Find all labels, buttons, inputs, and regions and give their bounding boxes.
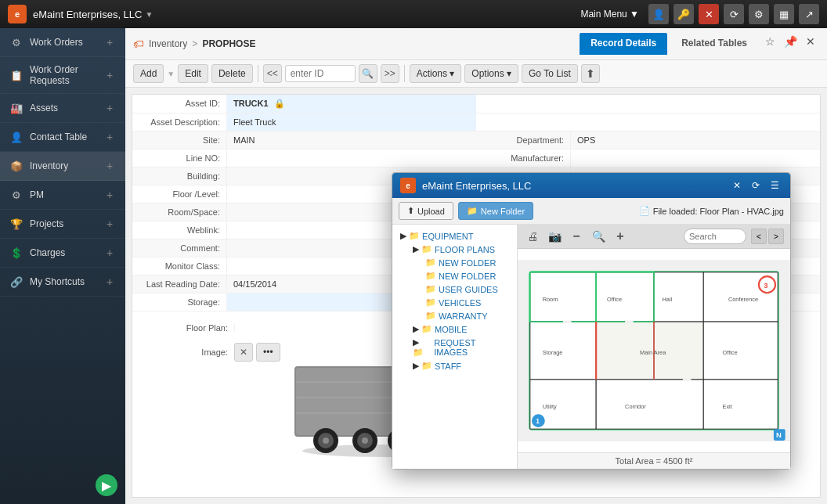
sidebar-label-work-orders: Work Orders (30, 37, 103, 48)
site-label: Site: (132, 131, 226, 149)
add-projects-icon[interactable]: + (103, 218, 116, 230)
fp-sub-staff[interactable]: ▶ 📁 STAFF (410, 359, 512, 373)
fp-zoom-in-icon[interactable]: + (612, 228, 629, 245)
expand-button[interactable]: ▶ (96, 474, 117, 496)
sidebar-item-work-order-requests[interactable]: 📋 Work Order Requests + (0, 57, 125, 94)
image-clear-button[interactable]: ✕ (234, 343, 253, 362)
breadcrumb-module[interactable]: Inventory (149, 38, 187, 49)
next-next-button[interactable]: >> (381, 64, 399, 83)
fp-search-input[interactable] (684, 229, 746, 244)
sidebar-item-contact-table[interactable]: 👤 Contact Table + (0, 123, 125, 152)
sidebar-item-inventory[interactable]: 📦 Inventory + (0, 152, 125, 181)
fp-sub-request-images[interactable]: ▶ 📁 REQUEST IMAGES (410, 336, 512, 359)
sidebar-item-my-shortcuts[interactable]: 🔗 My Shortcuts + (0, 268, 125, 297)
folder-staff-icon: ▶ 📁 (413, 361, 432, 371)
fp-tree-equipment[interactable]: ▶ 📁 EQUIPMENT (397, 229, 512, 243)
fp-sub-vehicles[interactable]: 📁 VEHICLES (422, 296, 512, 309)
sidebar-item-charges[interactable]: 💲 Charges + (0, 239, 125, 268)
asset-id-value: TRUCK1 🔒 (226, 95, 476, 113)
share-button[interactable]: ⬆ (581, 64, 600, 83)
enter-id-input[interactable] (285, 65, 356, 82)
add-work-orders-icon[interactable]: + (103, 36, 116, 49)
fp-zoom-reset-icon[interactable]: 🔍 (590, 228, 607, 245)
sidebar-item-assets[interactable]: 🏭 Assets + (0, 94, 125, 123)
sidebar-label-pm: PM (30, 189, 103, 200)
toolbar-divider-1 (258, 65, 258, 82)
star-icon[interactable]: ☆ (761, 33, 778, 50)
fp-sub-user-guides[interactable]: 📁 USER GUIDES (422, 283, 512, 296)
person-icon[interactable]: 👤 (648, 4, 669, 24)
form-row-floor-plan: Floor Plan: (140, 319, 280, 337)
fp-print-icon[interactable]: 🖨 (524, 228, 541, 245)
fp-prev-button[interactable]: < (751, 229, 767, 244)
fp-sub-new-folder-1[interactable]: 📁 NEW FOLDER (422, 256, 512, 269)
app-dropdown-arrow[interactable]: ▼ (145, 10, 153, 19)
svg-text:Storage: Storage (543, 349, 563, 356)
svg-rect-48 (703, 380, 778, 429)
comment-label: Comment: (132, 239, 226, 257)
fp-sub-items-equipment: ▶ 📁 FLOOR PLANS 📁 NEW FOLDER 📁 NEW FOLDE… (410, 243, 512, 373)
key-icon[interactable]: 🔑 (674, 4, 694, 24)
sidebar-label-projects: Projects (30, 218, 103, 229)
add-charges-icon[interactable]: + (103, 247, 116, 259)
add-my-shortcuts-icon[interactable]: + (103, 275, 116, 288)
sidebar-item-pm[interactable]: ⚙ PM + (0, 181, 125, 210)
fp-new-folder-button[interactable]: 📁 New Folder (458, 202, 533, 220)
image-controls: ✕ ••• (234, 343, 280, 362)
edit-button[interactable]: Edit (178, 64, 208, 83)
add-pm-icon[interactable]: + (103, 189, 116, 201)
go-to-list-button[interactable]: Go To List (522, 64, 578, 83)
x-icon[interactable]: ✕ (699, 4, 719, 24)
add-contact-table-icon[interactable]: + (103, 131, 116, 143)
folder-user-guides-icon: 📁 (425, 284, 436, 294)
pin-icon[interactable]: 📌 (782, 33, 799, 50)
charges-icon: 💲 (9, 246, 23, 260)
search-button[interactable]: 🔍 (359, 64, 377, 83)
arrow-out-icon[interactable]: ↗ (799, 4, 819, 24)
add-work-order-requests-icon[interactable]: + (103, 69, 116, 81)
work-orders-icon: ⚙ (9, 35, 23, 49)
fp-sub-floor-plans[interactable]: ▶ 📁 FLOOR PLANS (410, 243, 512, 256)
fp-refresh-icon[interactable]: ⟳ (748, 178, 764, 193)
main-menu-button[interactable]: Main Menu ▼ (580, 9, 639, 20)
svg-text:Conference: Conference (728, 296, 758, 303)
add-button[interactable]: Add (133, 64, 164, 83)
fp-close-icon[interactable]: ✕ (729, 178, 745, 193)
assets-icon: 🏭 (9, 101, 23, 115)
tab-related-tables[interactable]: Related Tables (670, 33, 758, 55)
tab-record-details[interactable]: Record Details (580, 33, 667, 55)
fp-sub-warranty[interactable]: 📁 WARRANTY (422, 309, 512, 322)
add-inventory-icon[interactable]: + (103, 160, 116, 172)
fp-next-button[interactable]: > (768, 229, 784, 244)
manufacturer-value (570, 149, 820, 167)
close-tab-icon[interactable]: ✕ (802, 33, 819, 50)
prev-prev-button[interactable]: << (263, 64, 282, 83)
delete-button[interactable]: Delete (211, 64, 253, 83)
fp-folder-floor-plans-label: FLOOR PLANS (435, 245, 495, 254)
form-half-manufacturer-right: Manufacturer: (476, 149, 820, 167)
form-half-desc-left: Asset Description: Fleet Truck (132, 113, 476, 131)
grid-icon[interactable]: ▦ (774, 4, 794, 24)
image-options-button[interactable]: ••• (256, 343, 280, 362)
sidebar-item-projects[interactable]: 🏆 Projects + (0, 210, 125, 239)
options-dropdown[interactable]: Options ▾ (464, 64, 518, 83)
site-value: MAIN (226, 131, 476, 149)
fp-image-icon[interactable]: 📷 (546, 228, 563, 245)
add-dropdown-arrow[interactable]: ▼ (167, 70, 175, 78)
sidebar-item-work-orders[interactable]: ⚙ Work Orders + (0, 28, 125, 57)
folder-new1-icon: 📁 (425, 257, 436, 268)
fp-menu-icon[interactable]: ☰ (767, 178, 782, 193)
svg-text:Hall: Hall (663, 296, 673, 303)
fp-zoom-out-icon[interactable]: − (568, 228, 585, 245)
fp-sub-new-folder-2[interactable]: 📁 NEW FOLDER (422, 269, 512, 283)
fp-sub-mobile[interactable]: ▶ 📁 MOBILE (410, 322, 512, 336)
fp-title-bar: e eMaint Enterprises, LLC ✕ ⟳ ☰ (392, 173, 790, 198)
recycle-icon[interactable]: ⟳ (724, 4, 744, 24)
add-assets-icon[interactable]: + (103, 102, 116, 114)
settings-icon[interactable]: ⚙ (749, 4, 769, 24)
fp-upload-button[interactable]: ⬆ Upload (399, 202, 453, 220)
actions-dropdown[interactable]: Actions ▾ (410, 64, 462, 83)
asset-id-label: Asset ID: (132, 95, 226, 113)
form-half-desc-right (476, 113, 820, 131)
fp-user-guides-label: USER GUIDES (439, 285, 498, 294)
